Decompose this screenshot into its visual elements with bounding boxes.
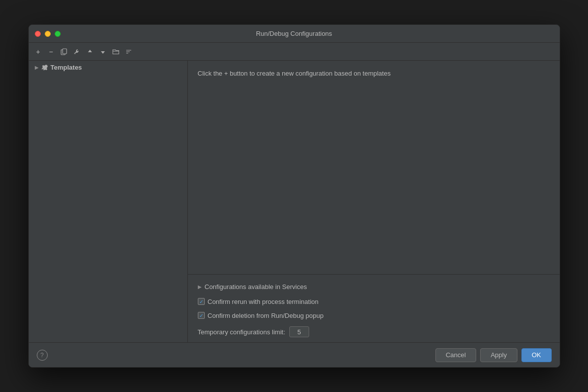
cancel-button[interactable]: Cancel — [435, 348, 476, 362]
confirm-deletion-label: Confirm deletion from Run/Debug popup — [208, 312, 324, 319]
window-title: Run/Debug Configurations — [256, 30, 332, 37]
svg-rect-1 — [63, 49, 67, 54]
confirm-rerun-checkbox[interactable] — [198, 298, 205, 305]
ok-button[interactable]: OK — [521, 348, 552, 362]
bottom-section: ▶ Configurations available in Services C… — [188, 274, 560, 342]
down-button[interactable] — [97, 46, 108, 57]
remove-button[interactable]: − — [46, 46, 57, 57]
temp-config-input[interactable] — [289, 326, 309, 337]
sort-button[interactable] — [123, 46, 134, 57]
main-window: Run/Debug Configurations + − — [28, 24, 560, 368]
hint-text: Click the + button to create a new confi… — [198, 70, 391, 77]
confirm-rerun-label: Confirm rerun with process termination — [208, 298, 319, 305]
traffic-lights — [35, 31, 61, 37]
wrench-button[interactable] — [72, 46, 83, 57]
confirm-rerun-row: Confirm rerun with process termination — [198, 295, 550, 307]
main-content: ▶ Templates Click the + button to create… — [29, 61, 560, 342]
services-expand-icon: ▶ — [198, 284, 202, 290]
wrench-icon — [41, 63, 49, 71]
maximize-button[interactable] — [55, 31, 61, 37]
up-button[interactable] — [84, 46, 95, 57]
add-button[interactable]: + — [33, 46, 44, 57]
services-label: Configurations available in Services — [205, 283, 307, 291]
footer-buttons: Cancel Apply OK — [435, 348, 552, 362]
copy-button[interactable] — [59, 46, 70, 57]
sidebar: ▶ Templates — [29, 61, 188, 342]
toolbar: + − — [29, 43, 560, 61]
confirm-deletion-row: Confirm deletion from Run/Debug popup — [198, 309, 550, 321]
footer: ? Cancel Apply OK — [29, 342, 560, 367]
temp-config-label: Temporary configurations limit: — [198, 328, 285, 336]
help-button[interactable]: ? — [37, 350, 48, 361]
apply-button[interactable]: Apply — [480, 348, 517, 362]
close-button[interactable] — [35, 31, 41, 37]
minimize-button[interactable] — [45, 31, 51, 37]
expand-arrow-icon: ▶ — [33, 63, 41, 71]
services-expandable[interactable]: ▶ Configurations available in Services — [198, 280, 550, 294]
confirm-deletion-checkbox[interactable] — [198, 312, 205, 319]
titlebar: Run/Debug Configurations — [29, 25, 560, 43]
right-panel: Click the + button to create a new confi… — [188, 61, 560, 342]
templates-label: Templates — [51, 64, 82, 71]
temp-config-row: Temporary configurations limit: — [198, 326, 550, 337]
templates-tree-item[interactable]: ▶ Templates — [29, 61, 187, 74]
right-content: Click the + button to create a new confi… — [188, 61, 560, 274]
folder-button[interactable] — [110, 46, 121, 57]
